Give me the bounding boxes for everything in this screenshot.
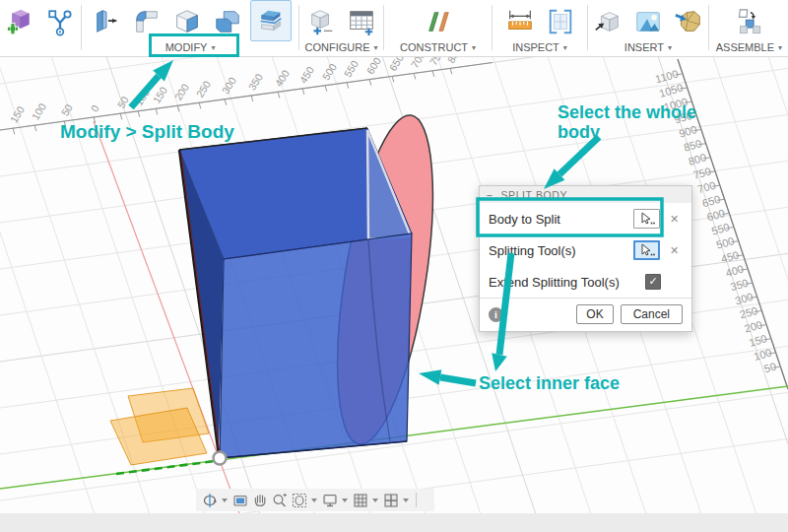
toolbar-separator <box>298 5 299 50</box>
menu-configure[interactable]: CONFIGURE <box>305 41 378 53</box>
shell-icon[interactable] <box>169 4 205 39</box>
navbar-separator <box>416 493 417 507</box>
svg-text:950: 950 <box>673 109 693 126</box>
pan-icon[interactable] <box>251 492 268 508</box>
menu-construct[interactable]: CONSTRUCT <box>400 41 476 53</box>
body-front-face[interactable] <box>220 233 412 458</box>
svg-text:300: 300 <box>734 291 755 307</box>
look-at-icon[interactable] <box>231 492 248 508</box>
svg-text:50: 50 <box>115 94 131 109</box>
construct-plane-icon[interactable] <box>421 4 456 39</box>
svg-text:800: 800 <box>687 151 707 167</box>
svg-text:100: 100 <box>30 100 49 121</box>
display-dropdown-caret[interactable] <box>342 499 348 502</box>
fillet-icon[interactable] <box>129 4 164 39</box>
toolbar-group-assemble: ASSEMBLE <box>710 0 788 53</box>
top-toolbar: MODIFY CONFIGURE CONSTRUCT <box>0 0 788 57</box>
collapse-icon[interactable]: – <box>487 190 492 200</box>
insert-derive-icon[interactable] <box>590 4 625 39</box>
extend-splitting-checkbox[interactable]: ✓ <box>645 274 661 290</box>
toolbar-separator <box>383 5 384 50</box>
splitting-tools-clear-icon[interactable]: ✕ <box>667 244 682 257</box>
new-component-icon[interactable] <box>2 4 37 39</box>
svg-text:400: 400 <box>724 262 745 279</box>
zoom-icon[interactable] <box>271 492 288 508</box>
insert-mesh-icon[interactable] <box>671 4 706 39</box>
extend-splitting-label: Extend Splitting Tool(s) <box>489 275 645 290</box>
configuration-table-icon[interactable] <box>344 4 379 39</box>
svg-text:200: 200 <box>743 318 763 335</box>
grid-settings-icon[interactable] <box>352 492 368 508</box>
svg-text:400: 400 <box>273 68 293 89</box>
ok-button[interactable]: OK <box>576 304 613 324</box>
svg-text:500: 500 <box>715 234 736 251</box>
extend-splitting-row: Extend Splitting Tool(s) ✓ <box>480 266 691 298</box>
toolbar-group-insert: INSERT <box>589 0 707 53</box>
bottom-band <box>0 513 788 532</box>
svg-text:450: 450 <box>720 248 741 265</box>
info-icon[interactable]: i <box>489 307 503 322</box>
configure-icon[interactable] <box>303 4 339 39</box>
select-cursor-icon <box>639 243 655 257</box>
splitting-tools-label: Splitting Tool(s) <box>489 243 633 258</box>
svg-text:900: 900 <box>678 123 698 140</box>
toolbar-separator <box>492 5 492 50</box>
svg-text:150: 150 <box>748 332 768 349</box>
canvas-icon[interactable] <box>630 4 666 39</box>
orbit-icon[interactable] <box>201 492 218 508</box>
toolbar-separator <box>708 5 709 50</box>
orbit-dropdown-caret[interactable] <box>222 499 228 502</box>
measure-icon[interactable] <box>502 4 538 39</box>
viewports-dropdown-caret[interactable] <box>403 499 409 502</box>
menu-insert[interactable]: INSERT <box>624 41 672 53</box>
right-ruler-line <box>678 59 788 389</box>
svg-text:200: 200 <box>172 82 192 102</box>
body-to-split-select-button[interactable] <box>633 209 660 229</box>
svg-text:600: 600 <box>364 56 384 76</box>
joint-origin-icon[interactable] <box>42 4 78 39</box>
svg-text:750: 750 <box>691 165 712 181</box>
toolbar-group-modify: MODIFY <box>83 0 297 53</box>
display-settings-icon[interactable] <box>321 492 338 508</box>
splitting-tools-select-button[interactable] <box>633 240 660 260</box>
svg-text:500: 500 <box>320 61 340 82</box>
fit-dropdown-caret[interactable] <box>311 499 317 502</box>
cancel-button[interactable]: Cancel <box>621 304 683 324</box>
svg-text:800: 800 <box>445 56 465 65</box>
fusion360-window: MODIFY CONFIGURE CONSTRUCT <box>0 0 788 532</box>
svg-text:650: 650 <box>701 193 722 210</box>
svg-text:700: 700 <box>696 179 717 196</box>
top-ruler-labels: 1501005005010015020025030035040045050055… <box>8 56 465 125</box>
svg-text:100: 100 <box>753 346 773 363</box>
split-body-tool-active[interactable] <box>250 0 292 41</box>
combine-icon[interactable] <box>210 4 245 39</box>
assemble-icon[interactable] <box>731 4 766 39</box>
body-to-split-clear-icon[interactable]: ✕ <box>667 213 682 226</box>
split-body-dialog: – SPLIT BODY Body to Split ✕ Splitting T… <box>479 185 692 332</box>
fit-icon[interactable] <box>291 492 307 508</box>
split-body-icon[interactable] <box>253 3 289 38</box>
splitting-tools-row: Splitting Tool(s) ✕ <box>480 234 691 266</box>
svg-text:650: 650 <box>387 56 407 73</box>
grid-dropdown-caret[interactable] <box>372 499 378 502</box>
svg-text:50: 50 <box>59 101 75 117</box>
viewports-icon[interactable] <box>382 492 399 508</box>
dialog-title: SPLIT BODY <box>500 189 567 201</box>
toolbar-group-create <box>0 0 80 39</box>
menu-modify[interactable]: MODIFY <box>165 41 216 53</box>
origin-point[interactable] <box>214 452 227 465</box>
svg-text:750: 750 <box>427 56 447 67</box>
menu-inspect[interactable]: INSPECT <box>512 41 567 53</box>
dialog-header[interactable]: – SPLIT BODY <box>480 186 691 203</box>
svg-text:550: 550 <box>342 58 361 79</box>
toolbar-separator <box>587 5 588 50</box>
menu-assemble[interactable]: ASSEMBLE <box>716 41 782 53</box>
press-pull-icon[interactable] <box>89 4 124 39</box>
select-cursor-icon <box>639 212 655 226</box>
svg-text:700: 700 <box>409 56 428 70</box>
svg-text:850: 850 <box>683 137 703 154</box>
view-navigation-bar <box>196 489 434 511</box>
section-analysis-icon[interactable] <box>543 4 578 39</box>
toolbar-group-inspect: INSPECT <box>493 0 586 53</box>
body-to-split-label: Body to Split <box>489 212 633 227</box>
